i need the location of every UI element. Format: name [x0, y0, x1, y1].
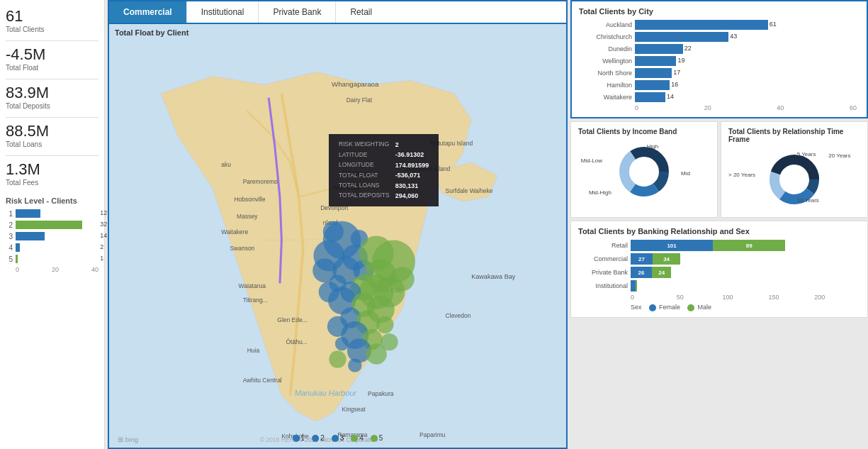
banking-bar-female: 26: [631, 267, 652, 278]
city-bar-wrap: 14: [635, 92, 857, 102]
center-panel: CommercialInstitutionalPrivate BankRetai…: [108, 0, 568, 449]
tooltip-key: LATITUDE: [336, 150, 393, 160]
svg-point-34: [323, 221, 344, 242]
relationship-time-box: Total Clients by Relationship Time Frame…: [721, 121, 868, 218]
banking-bar-male: 89: [713, 240, 785, 251]
city-bar-val: 61: [770, 21, 868, 28]
kpi-container: 61Total Clients-4.5MTotal Float83.9MTota…: [6, 7, 98, 194]
city-bar-val: 17: [673, 69, 868, 76]
legend-item: 2: [312, 434, 325, 442]
svg-text:Hobsonville: Hobsonville: [234, 196, 265, 203]
kpi-divider: [6, 155, 98, 156]
kpi-divider: [6, 40, 98, 41]
banking-bar-female: 101: [631, 240, 713, 251]
banking-bar-female: [631, 280, 636, 292]
tab-retail[interactable]: Retail: [336, 1, 386, 23]
legend-dot: [293, 435, 300, 442]
risk-bar-value: 14: [100, 232, 107, 239]
donut-row: Total Clients by Income Band High Mid-Lo…: [570, 121, 868, 218]
risk-bar: [16, 243, 20, 252]
legend-dot: [312, 435, 319, 442]
male-label: Male: [698, 304, 712, 311]
banking-row: Private Bank 26 24: [578, 267, 860, 278]
city-bar: [635, 32, 728, 42]
svg-text:Titirang...: Titirang...: [243, 296, 268, 304]
city-bar-val: 16: [671, 81, 868, 88]
risk-title: Risk Level - Clients: [6, 196, 98, 205]
risk-bar: [16, 232, 45, 240]
risk-bar-label: 1: [6, 210, 13, 218]
risk-bar-container: 12: [16, 209, 98, 218]
female-label: Female: [659, 304, 680, 311]
banking-bar-male: [636, 280, 637, 292]
city-bar: [635, 92, 665, 102]
city-label: North Shore: [579, 70, 632, 77]
city-bar: [635, 44, 683, 54]
legend-dot: [371, 435, 378, 442]
female-swatch: [649, 304, 656, 311]
svg-text:Paparimu: Paparimu: [419, 431, 446, 438]
banking-bars-container: 26 24: [631, 267, 860, 278]
tooltip-row: TOTAL DEPOSITS294,060: [336, 191, 432, 201]
income-band-title: Total Clients by Income Band: [578, 128, 710, 135]
city-bar-val: 14: [667, 93, 868, 100]
tab-institutional[interactable]: Institutional: [187, 1, 259, 23]
city-bar-val: 22: [684, 45, 868, 52]
risk-bar: [16, 209, 40, 218]
tabs-bar: CommercialInstitutionalPrivate BankRetai…: [108, 0, 568, 23]
tab-commercial[interactable]: Commercial: [109, 1, 187, 23]
svg-text:Glen Ede...: Glen Ede...: [277, 316, 308, 323]
city-label: Dunedin: [579, 45, 632, 52]
tooltip-value: 2: [393, 140, 432, 150]
city-bar: [635, 68, 672, 78]
svg-point-71: [630, 157, 658, 186]
risk-bar-value: 12: [100, 209, 107, 216]
tooltip-value: -536,071: [393, 170, 432, 180]
city-label: Waitakere: [579, 94, 632, 101]
banking-bars-container: [631, 280, 860, 292]
banking-legend: Sex Female Male: [631, 304, 860, 311]
banking-chart-title: Total Clients by Banking Relationship an…: [578, 227, 860, 235]
banking-bar-male: 24: [652, 267, 672, 278]
svg-text:Clevedon: Clevedon: [446, 312, 471, 319]
kpi-label: Total Clients: [6, 26, 98, 33]
risk-bar-container: 1: [16, 255, 98, 263]
city-bar: [635, 56, 676, 66]
banking-label: Institutional: [578, 282, 628, 289]
legend-item: 4: [351, 434, 363, 442]
tooltip-row: LONGITUDE174.891599: [336, 160, 432, 170]
risk-section: Risk Level - Clients 1 12 2 32 3 14 4 2 …: [6, 196, 98, 442]
svg-point-63: [348, 358, 361, 372]
kpi-block-1: -4.5MTotal Float: [6, 45, 98, 72]
risk-bar-label: 3: [6, 233, 13, 240]
banking-rows: Retail 101 89 Commercial 27 34 Private B…: [578, 240, 860, 292]
tab-private-bank[interactable]: Private Bank: [259, 1, 336, 23]
legend-dot: [351, 435, 358, 442]
legend-dot: [332, 435, 339, 442]
banking-axis: 050100150200: [631, 294, 860, 301]
city-row: Hamilton 16: [579, 80, 857, 90]
svg-text:Ōtāhu...: Ōtāhu...: [286, 338, 307, 345]
city-bar-wrap: 17: [635, 68, 857, 78]
svg-point-62: [329, 350, 346, 367]
banking-label: Retail: [578, 242, 628, 249]
banking-bar-female: 27: [631, 253, 653, 265]
city-label: Auckland: [579, 21, 632, 28]
kpi-block-0: 61Total Clients: [6, 7, 98, 33]
tooltip-key: TOTAL LOANS: [336, 181, 393, 191]
kpi-divider: [6, 79, 98, 79]
risk-bar-label: 4: [6, 244, 13, 252]
city-bar-val: 43: [730, 33, 868, 40]
tooltip-value: 830,131: [393, 181, 432, 191]
income-band-box: Total Clients by Income Band High Mid-Lo…: [570, 121, 718, 218]
svg-text:Kawakawa Bay: Kawakawa Bay: [471, 273, 516, 280]
svg-point-61: [366, 344, 387, 365]
male-swatch: [687, 304, 694, 311]
kpi-value: -4.5M: [6, 45, 98, 64]
income-donut-svg: [616, 143, 672, 200]
city-chart-title: Total Clients by City: [579, 7, 859, 16]
city-row: Wellington 19: [579, 56, 857, 66]
sex-label: Sex: [631, 304, 642, 311]
banking-row: Commercial 27 34: [578, 253, 860, 265]
tooltip-key: TOTAL FLOAT: [336, 170, 393, 180]
